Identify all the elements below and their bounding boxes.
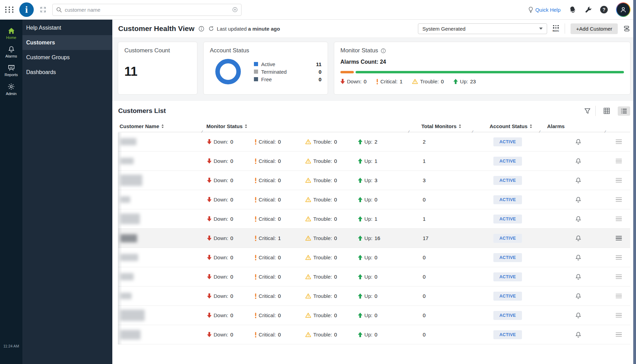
column-resize-handle[interactable]: ∕∕ (540, 130, 540, 133)
bell-outline-icon[interactable] (575, 254, 581, 261)
customer-name-cell[interactable] (118, 138, 204, 145)
row-menu-icon[interactable] (616, 197, 622, 202)
column-resize-handle[interactable]: ∕∕ (472, 130, 473, 133)
row-menu-icon[interactable] (616, 274, 622, 279)
app-grid-icon[interactable] (5, 5, 14, 14)
customer-name-cell[interactable] (118, 273, 204, 280)
add-customer-button[interactable]: +Add Customer (571, 23, 618, 34)
table-row[interactable]: Down:0 Critical:1 Trouble:0 Up:16 17 ACT… (118, 229, 630, 248)
avatar[interactable] (616, 2, 630, 17)
help-icon[interactable]: ? (600, 6, 608, 13)
stat-critical: Critical:0 (255, 332, 306, 337)
customers-count-value: 11 (124, 64, 191, 79)
refresh-icon[interactable] (208, 26, 214, 31)
filter-funnel-icon[interactable] (584, 108, 591, 114)
customer-name-cell[interactable] (118, 196, 204, 203)
quick-help-button[interactable]: Quick Help (528, 7, 561, 13)
table-row[interactable]: Down:0 Critical:0 Trouble:0 Up:2 2 ACTIV… (118, 132, 630, 152)
row-menu-icon[interactable] (616, 313, 622, 318)
status-badge: ACTIVE (493, 157, 522, 166)
clear-search-icon[interactable] (232, 7, 238, 12)
table-row[interactable]: Down:0 Critical:0 Trouble:0 Up:0 0 ACTIV… (118, 267, 630, 287)
column-resize-handle[interactable]: ∕∕ (605, 130, 605, 133)
fullscreen-icon[interactable] (40, 7, 46, 13)
bell-outline-icon[interactable] (575, 197, 581, 203)
monitor-status-cell: Down:0 Critical:0 Trouble:0 Up:0 (204, 312, 410, 318)
status-badge: ACTIVE (493, 176, 522, 185)
row-menu-icon[interactable] (616, 139, 622, 144)
customer-name-cell[interactable] (118, 254, 204, 261)
rail-item-alarms[interactable]: Alarms (0, 43, 22, 61)
rail-item-home[interactable]: Home (0, 24, 22, 43)
bell-outline-icon[interactable] (575, 235, 581, 241)
bell-outline-icon[interactable] (575, 293, 581, 299)
bell-outline-icon[interactable] (575, 332, 581, 338)
legend-item-active: Active 11 (254, 61, 321, 67)
column-header-customer-name[interactable]: Customer Name∕∕ (118, 120, 204, 132)
table-row[interactable]: Down:0 Critical:0 Trouble:0 Up:1 1 ACTIV… (118, 152, 630, 171)
row-menu-icon[interactable] (616, 294, 622, 299)
grid-view-button[interactable] (601, 106, 613, 116)
table-row[interactable]: Down:0 Critical:0 Trouble:0 Up:1 1 ACTIV… (118, 209, 630, 229)
alarms-cell (541, 139, 607, 145)
account-status-cell: ACTIVE (474, 234, 541, 243)
topology-icon[interactable] (623, 25, 630, 32)
search-input[interactable] (65, 7, 229, 13)
customer-name-cell[interactable] (118, 293, 204, 299)
table-row[interactable]: Down:0 Critical:0 Trouble:0 Up:3 3 ACTIV… (118, 171, 630, 190)
brand-logo[interactable]: i (19, 2, 34, 17)
sidebar-item-help-assistant[interactable]: Help Assistant (22, 20, 112, 35)
customer-name-cell[interactable] (118, 175, 204, 186)
alarms-cell (541, 254, 607, 261)
sidebar-item-dashboards[interactable]: Dashboards (22, 65, 112, 80)
row-menu-icon[interactable] (616, 217, 622, 221)
customer-name-cell[interactable] (118, 234, 204, 242)
column-header-monitor-status[interactable]: Monitor Status∕∕ (204, 120, 410, 132)
customer-name-cell[interactable] (118, 310, 204, 321)
bell-outline-icon[interactable] (575, 158, 581, 164)
stat-critical: Critical:0 (255, 293, 306, 299)
customer-name-cell[interactable] (118, 214, 204, 224)
rail-item-reports[interactable]: Reports (0, 61, 22, 80)
column-resize-handle[interactable]: ∕∕ (409, 130, 409, 133)
bell-outline-icon[interactable] (575, 139, 581, 145)
row-menu-icon[interactable] (616, 178, 622, 183)
table-row[interactable]: Down:0 Critical:0 Trouble:0 Up:0 0 ACTIV… (118, 306, 630, 325)
bell-outline-icon[interactable] (575, 216, 581, 222)
monitor-status-cell: Down:0 Critical:0 Trouble:0 Up:0 (204, 197, 410, 202)
column-header-total-monitors[interactable]: Total Monitors∕∕ (410, 120, 474, 132)
customer-name-cell[interactable] (118, 158, 204, 164)
bell-outline-icon[interactable] (575, 177, 581, 184)
sidebar-item-customer-groups[interactable]: Customer Groups (22, 50, 112, 65)
customer-name-cell[interactable] (118, 330, 204, 340)
rail-item-admin[interactable]: Admin (0, 80, 22, 99)
column-resize-handle[interactable]: ∕∕ (202, 130, 202, 133)
wrench-icon[interactable] (585, 6, 592, 13)
row-menu-icon[interactable] (616, 236, 622, 241)
page-scrollbar[interactable] (633, 0, 636, 364)
bell-outline-icon[interactable] (575, 312, 581, 319)
row-actions-cell (607, 139, 630, 144)
bell-outline-icon[interactable] (575, 274, 581, 280)
row-menu-icon[interactable] (616, 159, 622, 164)
total-monitors-cell: 0 (410, 332, 474, 337)
account-status-cell: ACTIVE (474, 137, 541, 146)
info-icon[interactable] (198, 26, 204, 32)
table-row[interactable]: Down:0 Critical:0 Trouble:0 Up:0 0 ACTIV… (118, 190, 630, 209)
table-row[interactable]: Down:0 Critical:0 Trouble:0 Up:0 0 ACTIV… (118, 325, 630, 344)
notification-bell-icon[interactable] (569, 6, 576, 13)
table-row[interactable]: Down:0 Critical:0 Trouble:0 Up:0 0 ACTIV… (118, 287, 630, 306)
status-badge: ACTIVE (493, 137, 522, 146)
column-header-account-status[interactable]: Account Status∕∕ (474, 120, 541, 132)
row-menu-icon[interactable] (616, 255, 622, 260)
list-view-button[interactable] (618, 106, 630, 116)
sidebar-item-customers[interactable]: Customers (22, 35, 112, 50)
legend-swatch (254, 62, 258, 66)
table-row[interactable]: Down:0 Critical:0 Trouble:0 Up:0 0 ACTIV… (118, 248, 630, 267)
row-menu-icon[interactable] (616, 332, 622, 337)
total-monitors-cell: 0 (410, 197, 474, 202)
customer-name-redacted (120, 310, 145, 321)
info-icon[interactable] (381, 48, 386, 53)
noc-view-button[interactable]: NOC (553, 25, 559, 32)
view-dropdown[interactable]: System Generated (418, 23, 547, 34)
